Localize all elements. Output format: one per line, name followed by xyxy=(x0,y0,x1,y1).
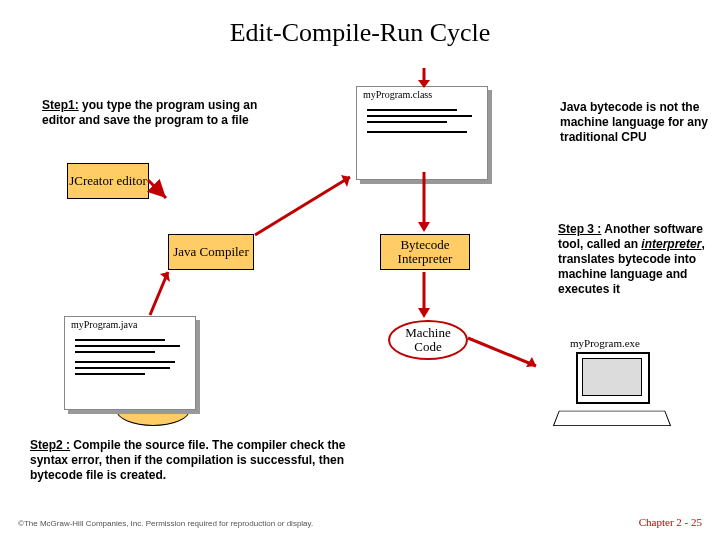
svg-line-3 xyxy=(150,272,168,315)
step2-label: Step2 : xyxy=(30,438,70,452)
arrow-source-to-compiler xyxy=(150,270,180,320)
doc-java-title: myProgram.java xyxy=(71,319,137,330)
note-bytecode: Java bytecode is not the machine languag… xyxy=(560,100,710,145)
page-title: Edit-Compile-Run Cycle xyxy=(0,18,720,48)
arrow-into-class xyxy=(418,68,438,88)
svg-line-2 xyxy=(255,177,350,235)
oval-machine-code: Machine Code xyxy=(388,320,468,360)
box-bytecode-interpreter: Bytecode Interpreter xyxy=(380,234,470,270)
step3-text: Step 3 : Another software tool, called a… xyxy=(558,222,713,297)
arrow-machine-to-computer xyxy=(468,336,546,374)
arrow-editor-to-compiler xyxy=(148,180,168,200)
step2-text: Step2 : Compile the source file. The com… xyxy=(30,438,350,483)
label-exe: myProgram.exe xyxy=(570,337,640,349)
footer-copyright: ©The McGraw-Hill Companies, Inc. Permiss… xyxy=(18,519,313,528)
computer-icon xyxy=(548,352,678,432)
step3-label: Step 3 : xyxy=(558,222,601,236)
footer-page-number: 25 xyxy=(691,516,702,528)
step3-interpreter-word: interpreter xyxy=(641,237,701,251)
footer-page: Chapter 2 - 25 xyxy=(639,516,702,528)
box-jcreator: JCreator editor xyxy=(67,163,149,199)
step1-label: Step1: xyxy=(42,98,79,112)
doc-class-file: myProgram.class xyxy=(356,86,488,180)
step1-text: Step1: you type the program using an edi… xyxy=(42,98,287,128)
arrow-compiler-to-class xyxy=(255,175,363,245)
svg-line-6 xyxy=(468,338,536,366)
arrow-bytecode-to-interpreter xyxy=(418,172,438,234)
box-java-compiler: Java Compiler xyxy=(168,234,254,270)
step2-body: Compile the source file. The compiler ch… xyxy=(30,438,345,482)
footer-chapter: Chapter 2 - xyxy=(639,516,691,528)
doc-java-file: myProgram.java xyxy=(64,316,196,410)
doc-class-title: myProgram.class xyxy=(363,89,432,100)
svg-line-0 xyxy=(148,180,166,198)
arrow-interpreter-to-machine xyxy=(418,272,438,320)
